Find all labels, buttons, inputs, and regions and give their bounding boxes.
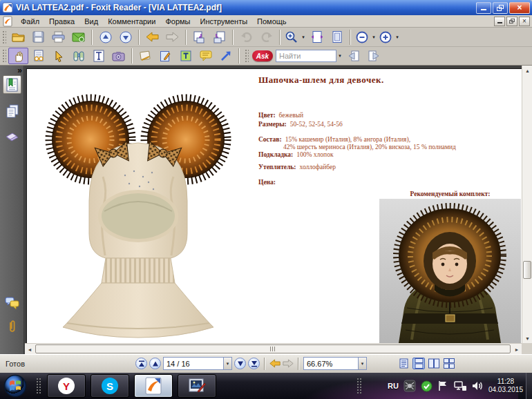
arrow-drawing-button[interactable] — [216, 48, 236, 64]
attachments-panel-button[interactable] — [3, 317, 21, 335]
save-button[interactable] — [28, 29, 48, 46]
restore-button[interactable] — [493, 2, 508, 14]
zoom-in-button[interactable] — [377, 29, 394, 46]
vertical-scroll-thumb[interactable] — [523, 261, 531, 279]
toolbar-grip[interactable] — [2, 49, 6, 63]
zoom-out-button[interactable] — [354, 29, 370, 46]
layout-continuous-button[interactable] — [412, 358, 425, 369]
select-tool-button[interactable] — [48, 48, 68, 64]
comment-button[interactable] — [196, 48, 216, 64]
find-previous-button[interactable] — [343, 48, 363, 64]
network-tray-icon[interactable] — [454, 380, 467, 391]
toolbar-grip[interactable] — [2, 30, 6, 44]
scroll-down-button[interactable]: ▼ — [522, 333, 532, 343]
redo-button[interactable] — [256, 29, 276, 46]
mdi-restore-button[interactable] — [506, 17, 517, 26]
typewriter-button[interactable] — [135, 48, 155, 64]
clock[interactable]: 11:28 04.03.2015 — [488, 378, 523, 394]
view-forward-button[interactable] — [283, 359, 294, 368]
paste-from-clipboard-button[interactable] — [209, 29, 229, 46]
snapshot-button[interactable] — [108, 48, 129, 64]
page-up-button[interactable] — [95, 29, 115, 46]
print-button[interactable] — [48, 29, 68, 46]
back-arrow-icon — [146, 32, 159, 42]
status-ok-tray-icon[interactable] — [421, 380, 433, 392]
price-label: Цена: — [258, 179, 276, 186]
read-mode-button[interactable] — [28, 48, 48, 64]
menu-item-forms[interactable]: Формы — [160, 16, 195, 27]
mdi-minimize-button[interactable] — [494, 17, 505, 26]
email-button[interactable] — [68, 29, 88, 46]
zoom-combo[interactable]: 66.67% ▼ — [303, 357, 367, 370]
comments-panel-button[interactable] — [3, 293, 21, 312]
panel-expand-button[interactable]: » — [17, 66, 22, 75]
history-back-button[interactable] — [142, 29, 162, 46]
menu-item-tools[interactable]: Инструменты — [196, 16, 253, 27]
volume-tray-icon[interactable] — [472, 380, 484, 391]
taskbar-app-image-editor[interactable] — [178, 374, 216, 398]
page-combo-dropdown[interactable]: ▼ — [223, 358, 231, 369]
next-page-button[interactable] — [234, 358, 246, 369]
menu-item-edit[interactable]: Правка — [44, 16, 79, 27]
page-down-button[interactable] — [115, 29, 135, 46]
menu-item-help[interactable]: Помощь — [252, 16, 292, 27]
action-center-flag-icon[interactable] — [437, 380, 449, 391]
last-page-button[interactable] — [248, 358, 260, 369]
document-viewport[interactable]: Шапочка-шлем для девочек. Цвет:бежевый Р… — [25, 66, 522, 343]
first-page-button[interactable] — [135, 358, 147, 369]
fit-page-button[interactable] — [327, 29, 347, 46]
toolbar-grip[interactable] — [245, 49, 249, 63]
language-indicator[interactable]: RU — [388, 382, 399, 390]
mdi-close-icon: × — [522, 18, 526, 25]
zoom-in-dropdown[interactable]: ▾ — [394, 29, 401, 46]
fit-width-button[interactable] — [307, 29, 327, 46]
hand-tool-button[interactable] — [8, 48, 28, 64]
lining-value: 100% хлопок — [296, 151, 333, 158]
text-select-button[interactable] — [88, 48, 108, 64]
layout-facing-button[interactable] — [428, 358, 440, 369]
layout-single-button[interactable] — [397, 358, 410, 369]
menu-item-file[interactable]: Файл — [16, 16, 44, 27]
facing-pages-icon — [428, 358, 439, 369]
horizontal-scroll-thumb[interactable] — [35, 344, 511, 353]
copy-to-clipboard-button[interactable] — [189, 29, 209, 46]
find-dropdown[interactable]: ▾ — [336, 48, 343, 64]
taskbar-app-skype[interactable]: S — [91, 374, 129, 398]
menu-item-view[interactable]: Вид — [79, 16, 103, 27]
vertical-scrollbar[interactable]: ▲ ▼ — [522, 66, 532, 343]
pages-panel-button[interactable] — [3, 101, 21, 120]
minimize-button[interactable] — [476, 2, 491, 14]
zoom-out-dropdown[interactable]: ▾ — [370, 29, 377, 46]
menu-item-comments[interactable]: Комментарии — [103, 16, 160, 27]
history-forward-button[interactable] — [162, 29, 182, 46]
open-button[interactable] — [8, 29, 28, 46]
close-button[interactable]: × — [509, 2, 530, 14]
bookmarks-panel-button[interactable] — [3, 75, 21, 94]
zoom-combo-dropdown[interactable]: ▼ — [358, 358, 366, 369]
scroll-up-button[interactable]: ▲ — [522, 66, 532, 75]
view-back-button[interactable] — [269, 359, 281, 368]
previous-page-button[interactable] — [149, 358, 161, 369]
note-tool-button[interactable] — [155, 48, 175, 64]
mdi-close-button[interactable]: × — [519, 17, 530, 26]
page-number-combo[interactable]: 14 / 16 ▼ — [163, 357, 232, 370]
horizontal-scrollbar[interactable]: ◄ ► — [25, 343, 522, 354]
undo-button[interactable] — [236, 29, 256, 46]
page-paste-icon — [213, 31, 226, 43]
show-desktop-button[interactable] — [526, 373, 532, 399]
scroll-left-button[interactable]: ◄ — [25, 344, 35, 355]
zoom-tool-button[interactable] — [283, 29, 300, 46]
search-button[interactable] — [68, 48, 88, 64]
find-input[interactable] — [276, 50, 336, 62]
antivirus-tray-icon[interactable] — [403, 380, 416, 392]
layers-panel-button[interactable] — [3, 128, 21, 146]
taskbar-app-foxit[interactable] — [134, 374, 173, 398]
highlight-text-button[interactable] — [175, 48, 196, 64]
find-next-button[interactable] — [363, 48, 383, 64]
scroll-right-button[interactable]: ► — [512, 344, 522, 355]
zoom-tool-dropdown[interactable]: ▾ — [300, 29, 307, 46]
taskbar-app-yandex[interactable]: Y — [47, 374, 86, 398]
start-button[interactable] — [3, 374, 27, 398]
sizes-row: Размеры:50-52, 52-54, 54-56 — [258, 121, 343, 128]
layout-continuous-facing-button[interactable] — [443, 358, 455, 369]
